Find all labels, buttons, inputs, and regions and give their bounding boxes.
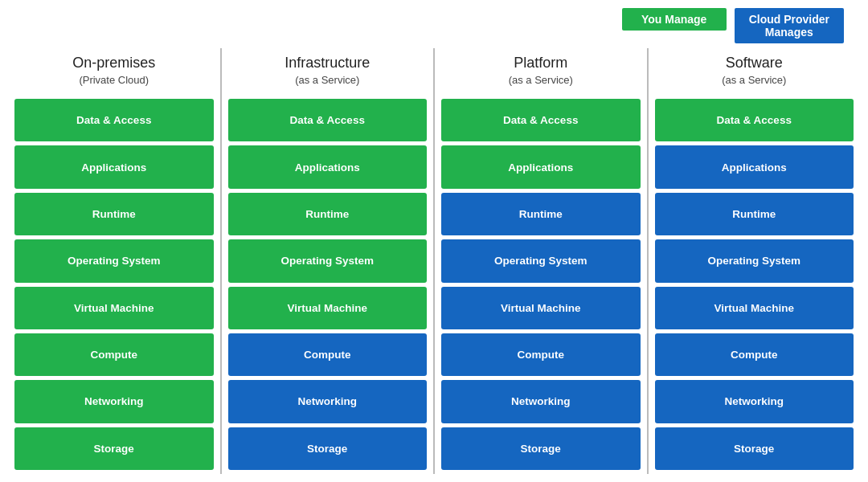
tier-paas-3: Operating System [441, 239, 641, 282]
tier-iaas-3: Operating System [228, 239, 428, 282]
column-header-saas: Software(as a Service) [655, 48, 854, 92]
page: You Manage Cloud Provider Manages On-pre… [0, 0, 868, 482]
tier-saas-0: Data & Access [655, 99, 854, 141]
tier-iaas-0: Data & Access [228, 99, 428, 141]
legend-row: You Manage Cloud Provider Manages [8, 8, 860, 43]
column-title-paas: Platform [441, 55, 641, 72]
you-manage-badge: You Manage [622, 8, 727, 31]
tier-on-premises-4: Virtual Machine [14, 287, 214, 329]
columns-area: On-premises(Private Cloud)Data & AccessA… [8, 48, 860, 474]
tiers-list-iaas: Data & AccessApplicationsRuntimeOperatin… [228, 99, 428, 474]
tier-paas-6: Networking [441, 380, 641, 423]
column-on-premises: On-premises(Private Cloud)Data & AccessA… [8, 48, 220, 474]
tier-paas-4: Virtual Machine [441, 287, 641, 329]
tier-saas-5: Compute [655, 333, 854, 376]
tier-on-premises-6: Networking [14, 380, 214, 423]
tiers-list-saas: Data & AccessApplicationsRuntimeOperatin… [655, 99, 854, 474]
tier-saas-6: Networking [655, 380, 854, 423]
tier-saas-3: Operating System [655, 239, 854, 282]
column-subtitle-paas: (as a Service) [441, 74, 641, 86]
tier-saas-4: Virtual Machine [655, 287, 854, 329]
tier-on-premises-3: Operating System [14, 239, 214, 282]
column-iaas: Infrastructure(as a Service)Data & Acces… [222, 48, 434, 474]
tier-iaas-1: Applications [228, 145, 428, 188]
tier-paas-1: Applications [441, 145, 641, 188]
column-paas: Platform(as a Service)Data & AccessAppli… [435, 48, 647, 474]
tiers-list-paas: Data & AccessApplicationsRuntimeOperatin… [441, 99, 641, 474]
tier-iaas-5: Compute [228, 333, 428, 376]
tier-iaas-4: Virtual Machine [228, 287, 428, 329]
column-header-on-premises: On-premises(Private Cloud) [14, 48, 214, 92]
column-title-on-premises: On-premises [14, 55, 214, 72]
tier-on-premises-0: Data & Access [14, 99, 214, 141]
column-saas: Software(as a Service)Data & AccessAppli… [649, 48, 861, 474]
tier-saas-2: Runtime [655, 193, 854, 235]
column-subtitle-iaas: (as a Service) [228, 74, 428, 86]
tier-saas-7: Storage [655, 427, 854, 470]
tiers-list-on-premises: Data & AccessApplicationsRuntimeOperatin… [14, 99, 214, 474]
column-subtitle-saas: (as a Service) [655, 74, 854, 86]
provider-manages-badge: Cloud Provider Manages [735, 8, 844, 43]
column-title-iaas: Infrastructure [228, 55, 428, 72]
tier-on-premises-7: Storage [14, 427, 214, 470]
tier-on-premises-2: Runtime [14, 193, 214, 235]
column-header-iaas: Infrastructure(as a Service) [228, 48, 428, 92]
tier-iaas-6: Networking [228, 380, 428, 423]
tier-paas-5: Compute [441, 333, 641, 376]
tier-iaas-2: Runtime [228, 193, 428, 235]
tier-iaas-7: Storage [228, 427, 428, 470]
column-subtitle-on-premises: (Private Cloud) [14, 74, 214, 86]
tier-paas-0: Data & Access [441, 99, 641, 141]
tier-paas-7: Storage [441, 427, 641, 470]
tier-on-premises-5: Compute [14, 333, 214, 376]
tier-paas-2: Runtime [441, 193, 641, 235]
tier-saas-1: Applications [655, 145, 854, 188]
column-title-saas: Software [655, 55, 854, 72]
tier-on-premises-1: Applications [14, 145, 214, 188]
column-header-paas: Platform(as a Service) [441, 48, 641, 92]
